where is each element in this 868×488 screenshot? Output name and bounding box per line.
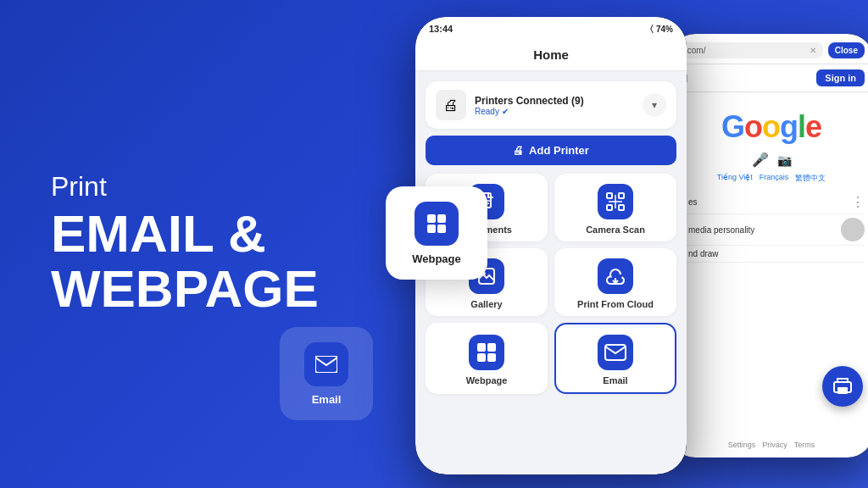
- search-row: 🎤 📷: [678, 152, 865, 168]
- print-from-cloud-icon: [598, 258, 633, 294]
- camera-scan-icon: [598, 184, 633, 219]
- lang-item-viet: Tiếng Việt: [717, 173, 753, 184]
- printer-text: Printers Connected (9) Ready ✔: [475, 95, 584, 116]
- svg-rect-18: [477, 353, 486, 362]
- svg-point-23: [847, 385, 849, 387]
- webpage-icon: [469, 335, 504, 370]
- svg-rect-22: [837, 387, 848, 394]
- feature-cell-camera-scan[interactable]: Camera Scan: [554, 174, 676, 241]
- svg-rect-16: [477, 343, 486, 352]
- webpage-card-icon: [415, 202, 459, 246]
- mic-icon[interactable]: 🎤: [752, 152, 769, 168]
- printer-icon: 🖨: [436, 90, 466, 120]
- printer-status: Ready ✔: [475, 107, 584, 116]
- email-icon: [598, 335, 633, 370]
- browser-screen: .com/ ✕ Close ⊞ Sign in Google 🎤 📷 Tiếng…: [670, 34, 868, 458]
- list-item: media personality: [678, 214, 865, 246]
- browser-mockup: .com/ ✕ Close ⊞ Sign in Google 🎤 📷 Tiếng…: [670, 34, 868, 458]
- printer-info: 🖨 Printers Connected (9) Ready ✔: [436, 90, 584, 120]
- signin-button[interactable]: Sign in: [816, 69, 865, 86]
- feature-cell-webpage[interactable]: Webpage: [426, 323, 548, 394]
- phone-header: Home: [415, 41, 687, 71]
- footer-settings[interactable]: Settings: [728, 441, 756, 449]
- svg-rect-8: [607, 193, 612, 198]
- svg-rect-19: [487, 353, 496, 362]
- printer-row[interactable]: 🖨 Printers Connected (9) Ready ✔ ▾: [426, 81, 676, 129]
- email-card-icon: [304, 342, 348, 386]
- list-text: es: [688, 197, 698, 207]
- camera-scan-label: Camera Scan: [586, 225, 645, 235]
- svg-rect-1: [427, 214, 436, 223]
- list-text: media personality: [688, 225, 754, 235]
- battery-text: 74%: [656, 25, 673, 34]
- status-time: 13:44: [429, 24, 453, 34]
- printer-name: Printers Connected (9): [475, 95, 584, 107]
- browser-toolbar: ⊞ Sign in: [670, 64, 868, 92]
- svg-rect-3: [427, 225, 436, 233]
- webpage-card-label: Webpage: [412, 252, 461, 265]
- clear-icon[interactable]: ✕: [810, 46, 816, 55]
- email-card-label: Email: [312, 393, 342, 406]
- lang-row: Tiếng Việt Français 繁體中文: [678, 173, 865, 184]
- email-card[interactable]: Email: [280, 327, 373, 420]
- print-label: Print: [51, 171, 319, 202]
- browser-bar: .com/ ✕ Close: [670, 34, 868, 64]
- svg-rect-9: [619, 193, 624, 198]
- gallery-label: Gallery: [470, 299, 502, 309]
- close-button[interactable]: Close: [828, 42, 865, 58]
- list-item: nd draw: [678, 246, 865, 263]
- list-item: es ⋮: [678, 191, 865, 214]
- lang-item-zh: 繁體中文: [795, 173, 826, 184]
- browser-list: es ⋮ media personality nd draw: [678, 191, 865, 263]
- feature-cell-email[interactable]: Email: [554, 323, 676, 394]
- svg-rect-4: [437, 225, 446, 233]
- url-text: .com/: [685, 46, 705, 55]
- webpage-card[interactable]: Webpage: [386, 186, 487, 280]
- footer-privacy[interactable]: Privacy: [762, 441, 787, 449]
- svg-rect-11: [619, 205, 624, 210]
- title-line2: WEBPAGE: [51, 260, 319, 319]
- print-from-cloud-label: Print From Cloud: [577, 299, 654, 309]
- phone-header-title: Home: [533, 47, 569, 62]
- feature-cell-print-from-cloud[interactable]: Print From Cloud: [554, 248, 676, 316]
- wifi-icon: 〈: [650, 24, 653, 34]
- google-logo: Google: [678, 109, 865, 145]
- list-text: nd draw: [688, 249, 719, 258]
- email-label: Email: [603, 375, 627, 385]
- left-section: Print EMAIL & WEBPAGE: [51, 171, 319, 316]
- status-right: 〈 74%: [650, 24, 673, 34]
- footer-terms[interactable]: Terms: [794, 441, 815, 449]
- svg-rect-10: [607, 205, 612, 210]
- lang-item-fr: Français: [760, 173, 789, 184]
- browser-footer: Settings Privacy Terms: [670, 441, 868, 449]
- add-printer-label: Add Printer: [529, 144, 589, 157]
- chevron-down-icon[interactable]: ▾: [643, 93, 666, 117]
- add-printer-icon: 🖨: [513, 144, 524, 157]
- phone-status-bar: 13:44 〈 74%: [415, 17, 687, 41]
- webpage-label: Webpage: [466, 375, 508, 385]
- browser-url[interactable]: .com/ ✕: [678, 42, 823, 58]
- camera-icon[interactable]: 📷: [777, 153, 792, 167]
- main-title: EMAIL & WEBPAGE: [51, 206, 319, 316]
- title-line1: EMAIL &: [51, 204, 266, 263]
- svg-rect-17: [487, 343, 496, 352]
- print-fab-button[interactable]: [822, 366, 863, 407]
- browser-content: Google 🎤 📷 Tiếng Việt Français 繁體中文 es ⋮: [670, 92, 868, 271]
- add-printer-button[interactable]: 🖨 Add Printer: [426, 136, 676, 165]
- svg-rect-2: [437, 214, 446, 223]
